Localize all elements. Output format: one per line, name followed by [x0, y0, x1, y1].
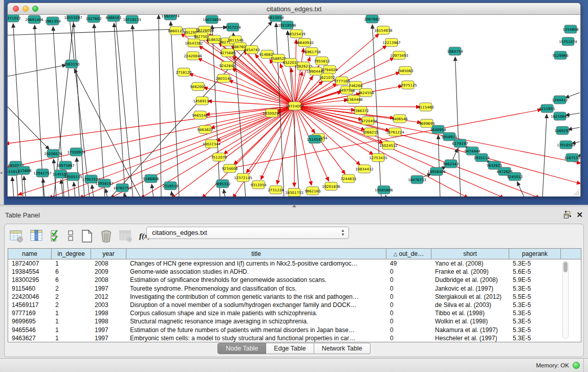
graph-node[interactable]: 9463627: [197, 125, 213, 134]
graph-node[interactable]: 9242848: [219, 61, 235, 70]
graph-node[interactable]: 7485063: [397, 67, 413, 75]
graph-node[interactable]: 9245012: [507, 172, 522, 181]
table-row[interactable]: 1872400712008Changes of HCN gene express…: [8, 259, 581, 268]
graph-node[interactable]: 2318518: [162, 182, 178, 190]
table-cell[interactable]: Hescheler et al. (1997): [431, 334, 509, 342]
table-cell[interactable]: Changes of HCN gene expression and I(f) …: [126, 259, 386, 268]
graph-node[interactable]: 18956406: [427, 167, 446, 176]
table-cell[interactable]: 5.3E-5: [509, 317, 561, 325]
graph-node[interactable]: 9862165: [304, 187, 320, 195]
graph-node[interactable]: 7895332: [214, 180, 230, 188]
graph-node[interactable]: 10719133: [123, 15, 141, 24]
graph-node[interactable]: 1621072: [319, 73, 335, 81]
graph-node[interactable]: 17359924: [67, 148, 85, 156]
graph-node[interactable]: 16210643: [551, 112, 569, 120]
table-cell[interactable]: 2: [52, 301, 91, 309]
graph-node[interactable]: 18301753: [285, 188, 303, 196]
table-cell[interactable]: 9463627: [8, 334, 52, 342]
table-cell[interactable]: Tibbo et al. (1998): [431, 309, 509, 317]
table-cell[interactable]: 0: [386, 326, 431, 334]
tab-edge-table[interactable]: Edge Table: [266, 343, 314, 354]
graph-node[interactable]: 7955812: [314, 57, 330, 65]
table-cell[interactable]: 1998: [91, 309, 126, 317]
table-cell[interactable]: Corpus callosum shape and size in male p…: [126, 309, 386, 317]
graph-node[interactable]: 12942757: [33, 169, 52, 177]
scrollbar-thumb[interactable]: [563, 262, 568, 272]
graph-node[interactable]: 7512075: [211, 153, 227, 161]
graph-node[interactable]: 6466161: [105, 15, 121, 21]
table-row[interactable]: 969969511998Structural magnetic resonanc…: [8, 317, 581, 325]
graph-node[interactable]: 8454743: [244, 46, 259, 54]
graph-node[interactable]: 15751074: [559, 37, 577, 46]
control-panel-collapsed-strip[interactable]: ◂: [0, 0, 4, 205]
graph-node[interactable]: 9115460: [418, 103, 433, 111]
table-cell[interactable]: 9777169: [8, 309, 52, 317]
table-cell[interactable]: 5.3E-5: [509, 334, 561, 342]
graph-node[interactable]: 1514545: [307, 135, 322, 143]
table-cell[interactable]: 0: [386, 301, 431, 309]
graph-node[interactable]: 10834412: [355, 165, 374, 173]
graph-node[interactable]: 8860123: [168, 27, 184, 35]
table-cell[interactable]: Tourette syndrome. Phenomenology and cla…: [126, 285, 386, 293]
graph-node[interactable]: 1167533: [564, 154, 580, 162]
graph-node[interactable]: 9862342: [443, 160, 459, 168]
column-header-in_degree[interactable]: in_degree: [52, 249, 91, 259]
new-table-icon[interactable]: [81, 229, 93, 243]
table-cell[interactable]: Estimation of significance thresholds fo…: [126, 276, 386, 284]
graph-node[interactable]: 12753415: [369, 154, 387, 162]
table-cell[interactable]: 1997: [91, 326, 126, 334]
table-cell[interactable]: Embryonic stem cells: a model to study s…: [126, 334, 386, 342]
table-cell[interactable]: 2008: [91, 259, 126, 268]
graph-node[interactable]: 746266: [349, 81, 363, 90]
table-cell[interactable]: 5.3E-5: [509, 259, 561, 268]
table-cell[interactable]: 5.3E-5: [509, 285, 561, 293]
table-cell[interactable]: 5.3E-5: [509, 326, 561, 334]
graph-node[interactable]: 16033809: [203, 15, 221, 24]
table-cell[interactable]: 49: [386, 259, 431, 268]
graph-node[interactable]: 7386372: [353, 106, 368, 115]
table-cell[interactable]: 9465546: [8, 326, 52, 334]
table-cell[interactable]: Dudbridge et al. (2008): [431, 276, 509, 284]
table-cell[interactable]: 2: [52, 293, 91, 301]
table-row[interactable]: 977716911998Corpus callosum shape and si…: [8, 309, 581, 317]
graph-node[interactable]: 14569117: [193, 97, 211, 105]
table-cell[interactable]: Wolkin et al. (1998): [431, 317, 509, 325]
tab-node-table[interactable]: Node Table: [217, 343, 266, 354]
table-cell[interactable]: Jankovic et al. (1997): [431, 285, 509, 293]
graph-node[interactable]: 1527602: [85, 15, 101, 23]
graph-node[interactable]: 9275685: [220, 49, 235, 57]
table-row[interactable]: 911546021997Tourette syndrome. Phenomeno…: [8, 285, 581, 293]
table-cell[interactable]: 18724007: [8, 259, 52, 268]
graph-node[interactable]: 2063150: [63, 60, 79, 68]
graph-node[interactable]: 12213967: [382, 38, 401, 47]
network-window-titlebar[interactable]: citations_edges.txt: [8, 3, 580, 15]
table-cell[interactable]: 9699695: [8, 317, 52, 325]
table-row[interactable]: 1938455462009Genome-wide association stu…: [8, 268, 581, 276]
graph-node[interactable]: 9406546: [391, 115, 408, 123]
table-cell[interactable]: 0: [386, 293, 431, 301]
table-cell[interactable]: 1: [52, 334, 91, 342]
graph-node[interactable]: 20691406: [25, 15, 43, 24]
table-cell[interactable]: 2008: [91, 276, 126, 284]
graph-node[interactable]: 7357224: [225, 23, 241, 31]
table-cell[interactable]: 1997: [91, 285, 126, 293]
table-row[interactable]: 1456911722003Disruption of a novel membe…: [8, 301, 581, 309]
graph-node[interactable]: 3624554: [358, 89, 374, 97]
table-cell[interactable]: 6: [52, 276, 91, 284]
column-header-out_de[interactable]: △out_de…: [386, 249, 431, 259]
graph-node[interactable]: 9129966: [552, 51, 569, 59]
graph-node[interactable]: 16961758: [302, 48, 321, 56]
graph-node[interactable]: 2718120: [176, 68, 191, 76]
table-cell[interactable]: Yano et al. (2008): [431, 259, 509, 268]
unselect-boxes-icon[interactable]: [68, 229, 74, 243]
table-cell[interactable]: 14569117: [8, 301, 52, 309]
graph-node[interactable]: 2731224: [268, 186, 284, 194]
table-cell[interactable]: Genome-wide association studies in ADHD.: [126, 268, 386, 276]
network-canvas[interactable]: 1872400718300295977716964975687462663624…: [8, 15, 580, 196]
graph-node[interactable]: 1961354: [45, 17, 61, 25]
citation-graph[interactable]: 1872400718300295977716964975687462663624…: [8, 15, 580, 196]
graph-node[interactable]: 15923774: [161, 15, 180, 20]
column-header-name[interactable]: name: [8, 249, 52, 259]
table-row[interactable]: 1830029562008Estimation of significance …: [8, 276, 581, 284]
table-cell[interactable]: 6: [52, 268, 91, 276]
